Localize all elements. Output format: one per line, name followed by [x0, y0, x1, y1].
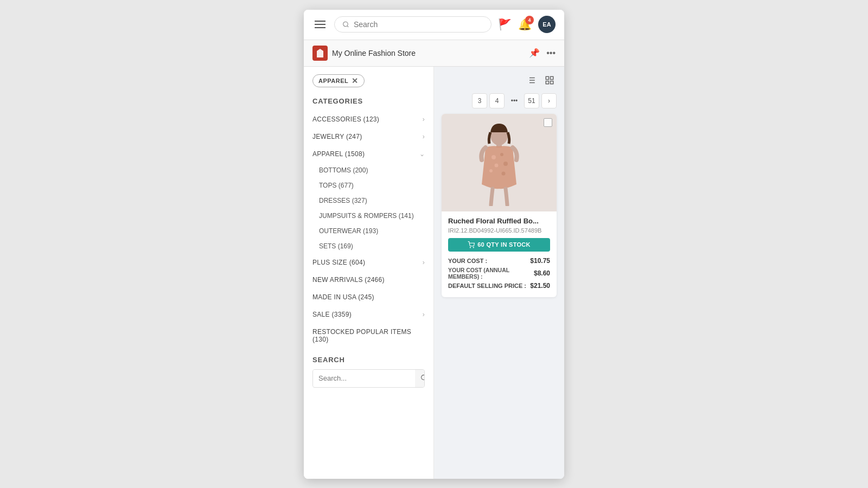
svg-rect-10 [551, 76, 553, 79]
svg-point-16 [500, 153, 503, 156]
svg-point-15 [492, 155, 496, 159]
your-cost-row: YOUR COST : $10.75 [448, 257, 550, 265]
search-bar [334, 16, 492, 33]
stock-button[interactable]: 60 QTY IN STOCK [448, 238, 550, 252]
sidebar: APPAREL ✕ CATEGORIES ACCESSORIES (123) ›… [304, 67, 434, 479]
page-dots: ••• [507, 93, 522, 108]
sub-item-outerwear[interactable]: OUTERWEAR (193) [304, 223, 433, 239]
page-3-button[interactable]: 3 [472, 93, 487, 108]
sub-item-sets[interactable]: SETS (169) [304, 239, 433, 254]
avatar-button[interactable]: EA [538, 16, 556, 33]
store-logo-icon [312, 46, 328, 61]
pin-icon[interactable]: 📌 [529, 48, 540, 58]
category-label: RESTOCKED POPULAR ITEMS (130) [312, 328, 425, 343]
category-item-apparel[interactable]: APPAREL (1508) ⌄ [304, 145, 433, 163]
svg-rect-12 [551, 81, 553, 84]
notification-badge: 4 [525, 16, 534, 24]
search-input[interactable] [354, 20, 483, 29]
search-section: SEARCH [304, 348, 433, 393]
hamburger-button[interactable] [312, 18, 328, 30]
sidebar-search-input[interactable] [313, 370, 415, 387]
default-price-label: DEFAULT SELLING PRICE : [448, 282, 526, 289]
category-item-sale[interactable]: SALE (3359) › [304, 306, 433, 323]
sidebar-search-button[interactable] [415, 370, 425, 387]
chevron-right-icon: › [423, 115, 425, 123]
search-icon [342, 21, 349, 28]
filter-tags: APPAREL ✕ [304, 67, 433, 93]
active-filter-tag[interactable]: APPAREL ✕ [312, 74, 365, 87]
chevron-right-icon: › [423, 259, 425, 266]
category-item-plus-size[interactable]: PLUS SIZE (604) › [304, 254, 433, 271]
page-51-button[interactable]: 51 [524, 93, 539, 108]
sub-item-bottoms[interactable]: BOTTOMS (200) [304, 163, 433, 178]
product-info: Ruched Floral Ruffled Bo... IRI2.12.BD04… [442, 211, 557, 297]
svg-rect-9 [546, 76, 548, 79]
your-cost-value: $10.75 [530, 257, 550, 265]
top-nav: 🚩 🔔 4 EA [304, 10, 564, 40]
filter-tag-label: APPAREL [318, 78, 348, 84]
product-image [472, 119, 526, 206]
product-checkbox[interactable] [544, 118, 552, 127]
chevron-down-icon: ⌄ [419, 150, 425, 158]
annual-cost-row: YOUR COST (ANNUAL MEMBERS) : $8.60 [448, 267, 550, 280]
sub-item-tops[interactable]: TOPS (677) [304, 178, 433, 193]
products-grid: Ruched Floral Ruffled Bo... IRI2.12.BD04… [434, 114, 564, 305]
categories-title: CATEGORIES [304, 93, 433, 111]
search-section-title: SEARCH [312, 356, 425, 364]
svg-rect-11 [546, 81, 548, 84]
pagination: 3 4 ••• 51 › [434, 93, 564, 114]
nav-icons: 🚩 🔔 4 EA [498, 16, 556, 33]
svg-point-22 [473, 247, 474, 247]
product-card: Ruched Floral Ruffled Bo... IRI2.12.BD04… [442, 114, 557, 297]
grid-view-icon [545, 75, 554, 85]
grid-view-button[interactable] [542, 74, 557, 89]
category-label: MADE IN USA (245) [312, 293, 374, 301]
search-icon [420, 374, 425, 381]
main-content: APPAREL ✕ CATEGORIES ACCESSORIES (123) ›… [304, 67, 564, 479]
product-sku: IRI2.12.BD04992-UI665.ID.57489B [448, 227, 550, 234]
svg-point-2 [422, 375, 425, 380]
chevron-right-icon: › [423, 133, 425, 140]
category-label: NEW ARRIVALS (2466) [312, 276, 385, 284]
list-view-button[interactable] [524, 74, 538, 89]
app-window: 🚩 🔔 4 EA My Online Fashion Store 📌 ••• [304, 10, 564, 479]
chevron-right-icon: › [423, 311, 425, 318]
category-item-made-in-usa[interactable]: MADE IN USA (245) [304, 288, 433, 306]
default-price-row: DEFAULT SELLING PRICE : $21.50 [448, 282, 550, 290]
list-view-icon [526, 75, 536, 85]
your-cost-label: YOUR COST : [448, 258, 487, 264]
category-item-new-arrivals[interactable]: NEW ARRIVALS (2466) [304, 271, 433, 288]
svg-point-20 [502, 171, 506, 175]
store-info: My Online Fashion Store [312, 46, 416, 61]
default-price-value: $21.50 [530, 282, 550, 290]
page-next-button[interactable]: › [541, 93, 557, 108]
svg-point-19 [489, 169, 493, 172]
notification-button[interactable]: 🔔 4 [518, 18, 532, 31]
flag-icon[interactable]: 🚩 [498, 18, 512, 31]
category-label: ACCESSORIES (123) [312, 115, 379, 123]
category-item-accessories[interactable]: ACCESSORIES (123) › [304, 111, 433, 128]
search-input-wrap [312, 369, 425, 388]
svg-point-18 [503, 162, 508, 166]
category-label: PLUS SIZE (604) [312, 259, 365, 266]
category-item-jewelry[interactable]: JEWELRY (247) › [304, 128, 433, 145]
svg-point-0 [343, 22, 348, 27]
svg-point-21 [470, 247, 471, 247]
page-4-button[interactable]: 4 [489, 93, 505, 108]
category-label: JEWELRY (247) [312, 133, 362, 140]
product-name: Ruched Floral Ruffled Bo... [448, 217, 550, 225]
category-label: APPAREL (1508) [312, 150, 365, 158]
annual-cost-label: YOUR COST (ANNUAL MEMBERS) : [448, 267, 534, 280]
product-image-wrap [442, 114, 557, 211]
sub-item-dresses[interactable]: DRESSES (327) [304, 193, 433, 208]
right-content: 3 4 ••• 51 › [434, 67, 564, 479]
cart-icon [468, 241, 475, 248]
store-actions: 📌 ••• [529, 48, 556, 58]
more-options-icon[interactable]: ••• [546, 48, 556, 58]
annual-cost-value: $8.60 [534, 269, 550, 277]
category-item-restocked[interactable]: RESTOCKED POPULAR ITEMS (130) [304, 323, 433, 348]
store-name: My Online Fashion Store [332, 49, 416, 57]
sub-item-jumpsuits[interactable]: JUMPSUITS & ROMPERS (141) [304, 208, 433, 223]
stock-label: 60 QTY IN STOCK [477, 241, 531, 248]
filter-tag-close[interactable]: ✕ [352, 77, 359, 85]
